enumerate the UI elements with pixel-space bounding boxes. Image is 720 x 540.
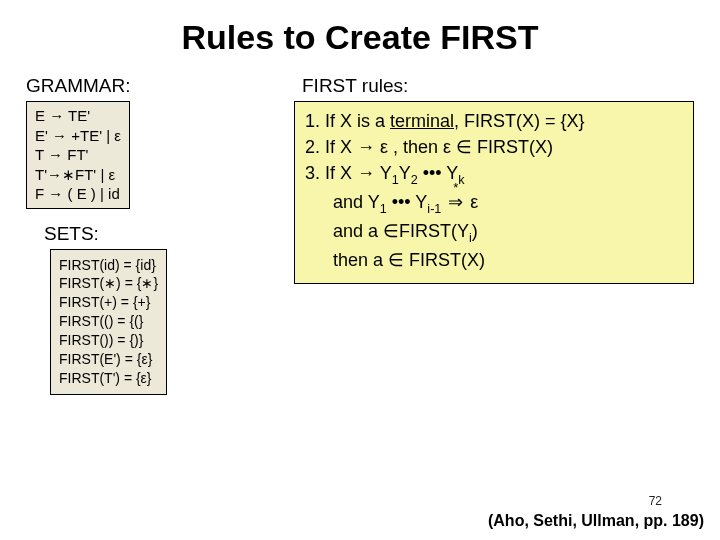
content-columns: GRAMMAR: E → TE' E' → +TE' | ε T → FT' T… <box>0 75 720 395</box>
rule-line: and a ∈FIRST(Yi) <box>333 218 683 247</box>
rule-line: and Y1 ••• Yi-1 *⇒ ε <box>333 189 683 218</box>
rule-line: then a ∈ FIRST(X) <box>333 247 683 273</box>
page-number: 72 <box>649 494 662 508</box>
sets-box: FIRST(id) = {id} FIRST(∗) = {∗} FIRST(+)… <box>50 249 167 395</box>
grammar-box: E → TE' E' → +TE' | ε T → FT' T'→∗FT' | … <box>26 101 130 209</box>
grammar-line: T → FT' <box>35 145 121 165</box>
rules-box: 1. If X is a terminal, FIRST(X) = {X} 2.… <box>294 101 694 284</box>
sets-line: FIRST(E') = {ε} <box>59 350 158 369</box>
sets-line: FIRST(T') = {ε} <box>59 369 158 388</box>
sets-line: FIRST()) = {)} <box>59 331 158 350</box>
rule-line: 3. If X → Y1Y2 ••• Yk <box>305 160 683 189</box>
sets-line: FIRST(+) = {+} <box>59 293 158 312</box>
citation: (Aho, Sethi, Ullman, pp. 189) <box>488 512 704 530</box>
star-arrow-icon: *⇒ <box>448 189 463 215</box>
left-column: GRAMMAR: E → TE' E' → +TE' | ε T → FT' T… <box>26 75 266 395</box>
grammar-label: GRAMMAR: <box>26 75 266 97</box>
grammar-line: E → TE' <box>35 106 121 126</box>
sets-line: FIRST(id) = {id} <box>59 256 158 275</box>
grammar-line: E' → +TE' | ε <box>35 126 121 146</box>
grammar-line: F → ( E ) | id <box>35 184 121 204</box>
sets-label: SETS: <box>44 223 266 245</box>
right-column: FIRST rules: 1. If X is a terminal, FIRS… <box>294 75 694 395</box>
rule-line: 2. If X → ε , then ε ∈ FIRST(X) <box>305 134 683 160</box>
underline-terminal: terminal <box>390 111 454 131</box>
slide-title: Rules to Create FIRST <box>0 18 720 57</box>
rules-label: FIRST rules: <box>302 75 694 97</box>
sets-line: FIRST(() = {(} <box>59 312 158 331</box>
sets-line: FIRST(∗) = {∗} <box>59 274 158 293</box>
grammar-line: T'→∗FT' | ε <box>35 165 121 185</box>
rule-line: 1. If X is a terminal, FIRST(X) = {X} <box>305 108 683 134</box>
